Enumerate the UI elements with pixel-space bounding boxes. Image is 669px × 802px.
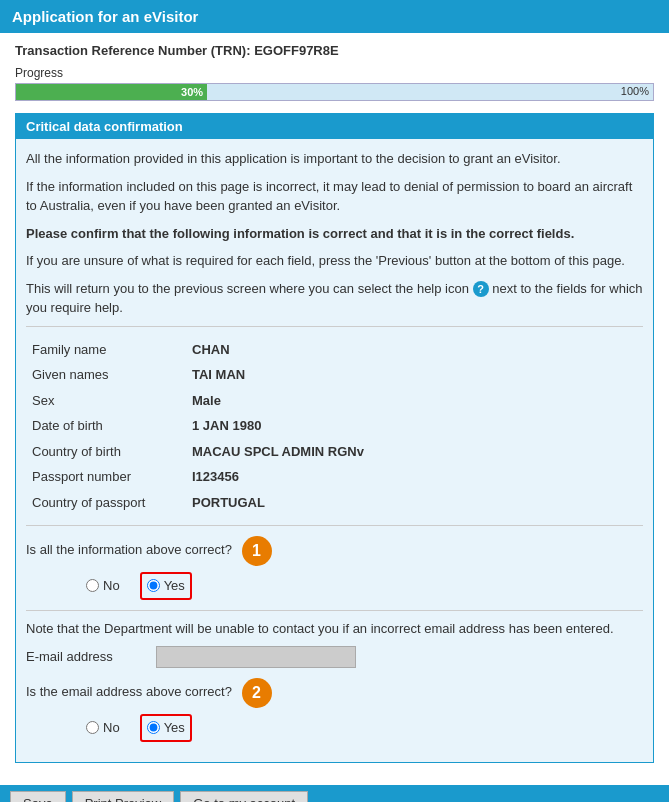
- critical-para5-part1: This will return you to the previous scr…: [26, 281, 469, 296]
- q2-yes-option[interactable]: Yes: [140, 714, 192, 742]
- page-header: Application for an eVisitor: [0, 0, 669, 33]
- critical-section: Critical data confirmation All the infor…: [15, 113, 654, 763]
- table-row: Passport number I123456: [26, 464, 643, 490]
- person-data-table: Family name CHAN Given names TAI MAN Sex…: [26, 337, 643, 516]
- q1-yes-radio[interactable]: [147, 579, 160, 592]
- trn-line: Transaction Reference Number (TRN): EGOF…: [15, 43, 654, 58]
- divider-1: [26, 326, 643, 327]
- table-row: Sex Male: [26, 388, 643, 414]
- question-1-text: Is all the information above correct?: [26, 542, 232, 557]
- q1-no-option[interactable]: No: [86, 576, 120, 596]
- q1-no-radio[interactable]: [86, 579, 99, 592]
- step-badge-1: 1: [242, 536, 272, 566]
- critical-body: All the information provided in this app…: [16, 139, 653, 762]
- save-button[interactable]: Save: [10, 791, 66, 803]
- bottom-buttons: Save Print Preview Go to my account: [0, 785, 669, 803]
- question-1-row: Is all the information above correct? 1: [26, 536, 643, 566]
- field-value: Male: [186, 388, 643, 414]
- go-to-account-button[interactable]: Go to my account: [180, 791, 308, 803]
- question-2-text: Is the email address above correct?: [26, 684, 232, 699]
- critical-para1: All the information provided in this app…: [26, 149, 643, 169]
- critical-para5: This will return you to the previous scr…: [26, 279, 643, 318]
- field-label: Sex: [26, 388, 186, 414]
- email-note: Note that the Department will be unable …: [26, 619, 643, 639]
- table-row: Country of passport PORTUGAL: [26, 490, 643, 516]
- q1-radio-row: No Yes: [86, 572, 643, 600]
- field-label: Date of birth: [26, 413, 186, 439]
- trn-label: Transaction Reference Number (TRN):: [15, 43, 251, 58]
- q1-no-label: No: [103, 576, 120, 596]
- trn-value: EGOFF97R8E: [254, 43, 339, 58]
- field-value: TAI MAN: [186, 362, 643, 388]
- email-input[interactable]: [156, 646, 356, 668]
- critical-header: Critical data confirmation: [16, 114, 653, 139]
- q2-radio-row: No Yes: [86, 714, 643, 742]
- question-2-row: Is the email address above correct? 2: [26, 678, 643, 708]
- field-label: Passport number: [26, 464, 186, 490]
- help-icon[interactable]: ?: [473, 281, 489, 297]
- progress-percent: 30%: [181, 86, 203, 98]
- email-field-row: E-mail address: [26, 646, 643, 668]
- email-section: Note that the Department will be unable …: [26, 619, 643, 742]
- q2-yes-radio[interactable]: [147, 721, 160, 734]
- q2-yes-label: Yes: [164, 718, 185, 738]
- progress-bar-fill: 30%: [16, 84, 207, 100]
- q2-no-radio[interactable]: [86, 721, 99, 734]
- table-row: Family name CHAN: [26, 337, 643, 363]
- field-label: Family name: [26, 337, 186, 363]
- email-label: E-mail address: [26, 647, 146, 667]
- field-value: I123456: [186, 464, 643, 490]
- field-value: PORTUGAL: [186, 490, 643, 516]
- table-row: Country of birth MACAU SPCL ADMIN RGNv: [26, 439, 643, 465]
- critical-para3: Please confirm that the following inform…: [26, 224, 643, 244]
- field-label: Given names: [26, 362, 186, 388]
- step-badge-2: 2: [242, 678, 272, 708]
- field-label: Country of passport: [26, 490, 186, 516]
- divider-2: [26, 525, 643, 526]
- q1-yes-label: Yes: [164, 576, 185, 596]
- progress-label: Progress: [15, 66, 654, 80]
- progress-section: Progress 30% 100%: [15, 66, 654, 101]
- table-row: Given names TAI MAN: [26, 362, 643, 388]
- field-label: Country of birth: [26, 439, 186, 465]
- q2-no-label: No: [103, 718, 120, 738]
- field-value: 1 JAN 1980: [186, 413, 643, 439]
- field-value: MACAU SPCL ADMIN RGNv: [186, 439, 643, 465]
- print-preview-button[interactable]: Print Preview: [72, 791, 175, 803]
- page-title: Application for an eVisitor: [12, 8, 198, 25]
- progress-end-label: 100%: [621, 85, 649, 97]
- progress-bar: 30% 100%: [15, 83, 654, 101]
- q1-yes-option[interactable]: Yes: [140, 572, 192, 600]
- divider-3: [26, 610, 643, 611]
- critical-para2: If the information included on this page…: [26, 177, 643, 216]
- main-content: Transaction Reference Number (TRN): EGOF…: [0, 33, 669, 785]
- field-value: CHAN: [186, 337, 643, 363]
- critical-para4: If you are unsure of what is required fo…: [26, 251, 643, 271]
- table-row: Date of birth 1 JAN 1980: [26, 413, 643, 439]
- q2-no-option[interactable]: No: [86, 718, 120, 738]
